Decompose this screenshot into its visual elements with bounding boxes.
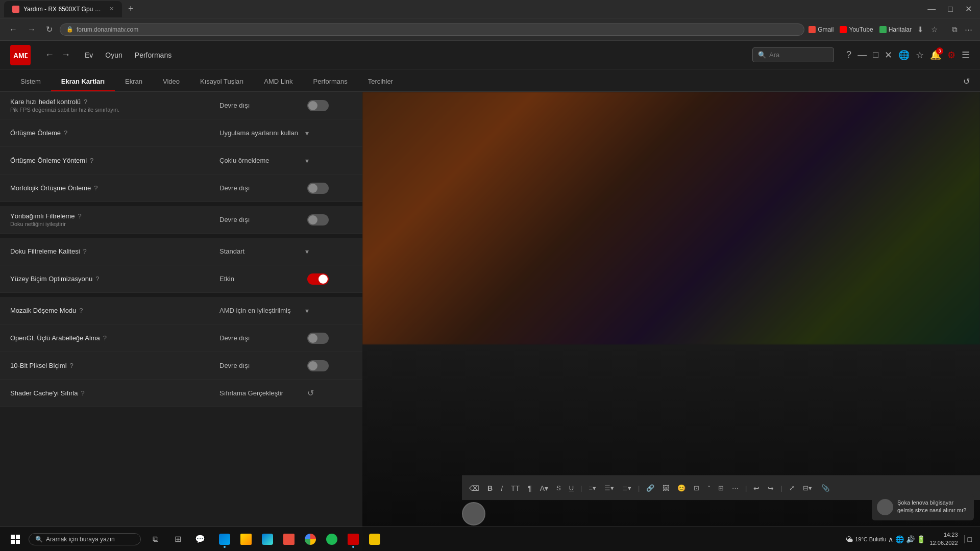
- tab-ekran-kartlari[interactable]: Ekran Kartları: [51, 72, 115, 91]
- tray-network[interactable]: 🌐: [895, 535, 904, 543]
- morfolojik-help-icon[interactable]: ?: [94, 184, 97, 192]
- paragraph-tool[interactable]: ¶: [525, 482, 535, 494]
- redo-tool[interactable]: ↪: [765, 482, 777, 494]
- underline-tool[interactable]: U: [566, 482, 577, 494]
- start-button[interactable]: [4, 528, 27, 550]
- mozaik-help-icon[interactable]: ?: [79, 307, 83, 314]
- frame-tool[interactable]: ⊡: [691, 482, 702, 494]
- settings-icon[interactable]: ⚙: [947, 49, 955, 61]
- bookmark-maps[interactable]: Haritalar: [879, 26, 912, 33]
- tab-amd-link[interactable]: AMD Link: [254, 72, 303, 91]
- taskbar-office[interactable]: [279, 529, 299, 549]
- taskbar-yellow-app[interactable]: [364, 529, 385, 549]
- image-tool[interactable]: 🖼: [659, 482, 672, 494]
- text-tool[interactable]: TT: [508, 482, 523, 494]
- new-tab-button[interactable]: +: [124, 4, 138, 14]
- menu-performans[interactable]: Performans: [135, 49, 172, 61]
- taskbar-chrome[interactable]: [300, 529, 321, 549]
- taskbar-spotify[interactable]: [322, 529, 342, 549]
- tray-weather[interactable]: 🌥: [846, 535, 853, 543]
- minimize-window-icon[interactable]: —: [857, 49, 867, 60]
- globe-icon[interactable]: 🌐: [898, 49, 910, 61]
- shader-reset-icon[interactable]: ↺: [307, 388, 314, 398]
- forward-button[interactable]: →: [24, 23, 39, 36]
- ortusme-yontemi-help-icon[interactable]: ?: [90, 157, 93, 164]
- tab-sistem[interactable]: Sistem: [10, 72, 51, 91]
- show-desktop-button[interactable]: □: [964, 535, 972, 543]
- reload-button[interactable]: ↻: [43, 22, 56, 36]
- star-icon[interactable]: ☆: [929, 23, 939, 36]
- extensions-icon[interactable]: ⧉: [950, 23, 959, 36]
- tab-tercihler[interactable]: Tercihler: [358, 72, 403, 91]
- favorites-icon[interactable]: ☆: [916, 49, 924, 61]
- doku-kalitesi-control[interactable]: Standart ▾: [219, 247, 352, 256]
- active-tab[interactable]: Yardım - RX 6500XT Gpu Mhz ve... ✕: [4, 1, 122, 17]
- yonbagimli-help-icon[interactable]: ?: [78, 212, 81, 220]
- download-icon[interactable]: ⬇: [916, 23, 925, 36]
- back-button[interactable]: ←: [6, 23, 20, 36]
- undo-tool[interactable]: ↩: [750, 482, 763, 494]
- taskbar-search[interactable]: 🔍 Aramak için buraya yazın: [29, 533, 141, 545]
- tray-up-arrow[interactable]: ∧: [888, 535, 893, 543]
- morfolojik-toggle[interactable]: [307, 183, 329, 194]
- profile-icon[interactable]: [943, 28, 946, 31]
- yonbagimli-toggle[interactable]: [307, 214, 329, 226]
- amd-search-bar[interactable]: 🔍 Ara: [752, 47, 834, 62]
- emoji-tool[interactable]: 😊: [674, 482, 689, 494]
- 10bit-toggle[interactable]: [307, 360, 329, 371]
- taskbar-store[interactable]: [257, 529, 278, 549]
- widgets-icon[interactable]: ⊞: [167, 529, 188, 549]
- 10bit-help-icon[interactable]: ?: [70, 362, 74, 369]
- yuzey-bicim-help-icon[interactable]: ?: [95, 275, 99, 283]
- strikethrough-tool[interactable]: S: [553, 482, 564, 494]
- opengl-toggle[interactable]: [307, 333, 329, 344]
- kare-hizi-toggle[interactable]: [307, 100, 329, 111]
- bookmark-gmail[interactable]: Gmail: [808, 26, 834, 33]
- minimize-button[interactable]: —: [923, 3, 940, 16]
- tab-video[interactable]: Video: [153, 72, 190, 91]
- link-tool[interactable]: 🔗: [643, 482, 657, 494]
- close-window-icon[interactable]: ✕: [885, 49, 892, 61]
- attach-tool[interactable]: 📎: [817, 482, 834, 494]
- table-tool[interactable]: ⊞: [715, 482, 727, 494]
- doku-kalitesi-help-icon[interactable]: ?: [83, 247, 87, 255]
- shader-help-icon[interactable]: ?: [81, 389, 85, 397]
- kare-hizi-help-icon[interactable]: ?: [84, 98, 87, 106]
- amd-back-button[interactable]: ←: [43, 47, 56, 62]
- refresh-icon[interactable]: ↺: [963, 71, 970, 91]
- tab-close-button[interactable]: ✕: [109, 6, 114, 12]
- tab-ekran[interactable]: Ekran: [115, 72, 153, 91]
- italic-tool[interactable]: I: [498, 482, 506, 494]
- font-color-tool[interactable]: A▾: [537, 482, 551, 494]
- taskbar-clock[interactable]: 14:23 12.06.2022: [929, 531, 958, 547]
- bold-tool[interactable]: B: [484, 482, 496, 494]
- opengl-help-icon[interactable]: ?: [103, 334, 107, 342]
- quote-tool[interactable]: ": [704, 482, 713, 494]
- address-bar[interactable]: 🔒 forum.donanimatv.com: [60, 23, 804, 36]
- taskbar-amd-app[interactable]: [343, 529, 363, 549]
- eraser-tool[interactable]: ⌫: [466, 482, 482, 494]
- taskbar-edge[interactable]: [214, 529, 235, 549]
- list-ordered-tool[interactable]: ≡▾: [585, 482, 599, 494]
- ortusme-onleme-help-icon[interactable]: ?: [64, 129, 67, 137]
- layout-tool[interactable]: ⊟▾: [800, 482, 815, 494]
- expand-tool[interactable]: ⤢: [786, 482, 798, 494]
- tray-volume[interactable]: 🔊: [906, 535, 915, 543]
- align-tool[interactable]: ≣▾: [619, 482, 634, 494]
- maximize-window-icon[interactable]: □: [873, 49, 878, 60]
- sidebar-toggle-icon[interactable]: ☰: [962, 49, 970, 61]
- restore-button[interactable]: □: [944, 3, 957, 16]
- tab-kisayol[interactable]: Kısayol Tuşları: [190, 72, 254, 91]
- amd-forward-button[interactable]: →: [59, 47, 72, 62]
- help-icon[interactable]: ?: [846, 49, 851, 60]
- ortusme-onleme-control[interactable]: Uygulama ayarlarını kullan ▾: [219, 129, 352, 137]
- more-tool[interactable]: ⋯: [729, 482, 742, 494]
- tab-performans[interactable]: Performans: [303, 72, 358, 91]
- notifications-icon[interactable]: 🔔 3: [930, 49, 941, 61]
- menu-oyun[interactable]: Oyun: [105, 49, 122, 61]
- yuzey-bicim-toggle[interactable]: [307, 273, 329, 285]
- list-unordered-tool[interactable]: ☰▾: [601, 482, 617, 494]
- close-button[interactable]: ✕: [961, 2, 976, 16]
- task-view-icon[interactable]: ⧉: [145, 529, 165, 549]
- mozaik-control[interactable]: AMD için en iyileştirilmiş ▾: [219, 307, 352, 315]
